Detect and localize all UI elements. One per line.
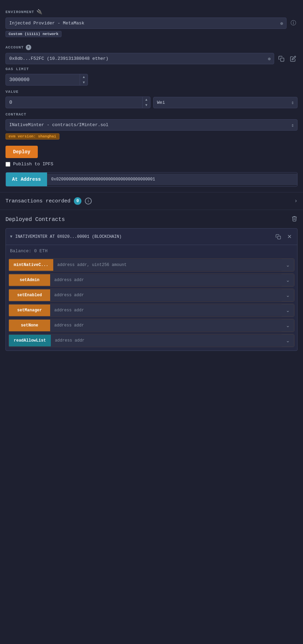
method-row-setNone: setNone address addr ⌄	[9, 319, 294, 332]
method-button-setNone[interactable]: setNone	[9, 320, 50, 331]
deployed-contracts-title: Deployed Contracts	[5, 216, 65, 223]
account-label: ACCOUNT	[5, 45, 24, 49]
method-expand-setAdmin[interactable]: ⌄	[282, 274, 294, 286]
gas-limit-input[interactable]	[6, 74, 80, 85]
method-expand-readAllowList[interactable]: ⌄	[282, 334, 294, 347]
value-unit-select[interactable]: Wei Gwei Finney Ether	[153, 97, 298, 108]
method-expand-setNone[interactable]: ⌄	[282, 319, 294, 332]
environment-select[interactable]: Injected Provider - MetaMask	[5, 18, 287, 29]
method-expand-setManager[interactable]: ⌄	[282, 304, 294, 317]
gas-limit-label: GAS LIMIT	[5, 67, 29, 71]
method-button-readAllowList[interactable]: readAllowList	[9, 335, 51, 346]
transactions-section: Transactions recorded 0 i ›	[0, 192, 303, 210]
evm-version-badge: evm version: shanghai	[5, 133, 59, 140]
close-contract-button[interactable]: ✕	[286, 232, 293, 241]
method-params-setManager: address addr	[50, 304, 282, 316]
value-label: VALUE	[5, 90, 19, 94]
transactions-info-icon[interactable]: i	[85, 198, 92, 204]
method-params-readAllowList: address addr	[51, 335, 282, 346]
methods-list: mintNativeC... address addr, uint256 amo…	[6, 258, 297, 347]
contract-collapse-icon[interactable]: ▼	[10, 234, 12, 239]
plug-icon: 🔌	[36, 9, 43, 15]
contract-label: CONTRACT	[5, 112, 26, 116]
value-down[interactable]: ▼	[143, 102, 150, 108]
method-expand-mintNativeC[interactable]: ⌄	[282, 259, 294, 271]
method-row-readAllowList: readAllowList address addr ⌄	[9, 334, 294, 347]
method-params-mintNativeC: address addr, uint256 amount	[53, 259, 282, 271]
value-input[interactable]	[6, 97, 142, 108]
publish-ipfs-label: Publish to IPFS	[13, 162, 53, 167]
environment-label: ENVIRONMENT	[5, 10, 34, 14]
transactions-chevron-icon[interactable]: ›	[294, 198, 298, 204]
svg-rect-0	[281, 58, 284, 61]
edit-account-button[interactable]	[289, 54, 298, 63]
contract-balance: Balance: 0 ETH	[6, 245, 297, 257]
publish-ipfs-checkbox[interactable]	[5, 162, 10, 167]
method-params-setNone: address addr	[50, 320, 282, 331]
network-badge: Custom (11111) network	[5, 31, 61, 37]
method-button-mintNativeC[interactable]: mintNativeC...	[9, 259, 53, 271]
at-address-button[interactable]: At Address	[6, 173, 47, 186]
method-params-setEnabled: address addr	[50, 289, 282, 301]
transactions-title: Transactions recorded	[5, 198, 70, 204]
copy-account-button[interactable]	[277, 54, 286, 63]
deploy-button[interactable]: Deploy	[5, 146, 38, 158]
method-button-setAdmin[interactable]: setAdmin	[9, 274, 50, 286]
method-row-setManager: setManager address addr ⌄	[9, 304, 294, 317]
at-address-row: At Address	[5, 172, 298, 187]
contract-instance: ▼ INATIVEMINTER AT 0X020...00001 (BLOCKC…	[5, 228, 298, 351]
gas-limit-up[interactable]: ▲	[80, 74, 88, 80]
contract-instance-name: INATIVEMINTER AT 0X020...00001 (BLOCKCHA…	[15, 234, 122, 239]
add-account-icon[interactable]: +	[26, 45, 31, 50]
svg-rect-1	[278, 236, 281, 239]
account-select[interactable]: 0x8db...F52FC (10.239131380048 ether)	[5, 53, 274, 64]
method-params-setAdmin: address addr	[50, 274, 282, 286]
method-button-setEnabled[interactable]: setEnabled	[9, 289, 50, 301]
gas-limit-down[interactable]: ▼	[80, 80, 88, 85]
method-row-setEnabled: setEnabled address addr ⌄	[9, 289, 294, 302]
delete-all-contracts-icon[interactable]	[291, 215, 298, 223]
copy-contract-button[interactable]	[274, 233, 282, 241]
contract-select[interactable]: INativeMinter - contracts/IMinter.sol	[5, 119, 298, 131]
method-button-setManager[interactable]: setManager	[9, 304, 50, 316]
method-row-mintNativeC: mintNativeC... address addr, uint256 amo…	[9, 258, 294, 271]
transactions-count: 0	[74, 197, 81, 205]
method-row-setAdmin: setAdmin address addr ⌄	[9, 274, 294, 287]
method-expand-setEnabled[interactable]: ⌄	[282, 289, 294, 301]
environment-info-button[interactable]: ⓘ	[289, 18, 298, 28]
at-address-input[interactable]	[47, 174, 297, 185]
value-up[interactable]: ▲	[143, 97, 150, 102]
